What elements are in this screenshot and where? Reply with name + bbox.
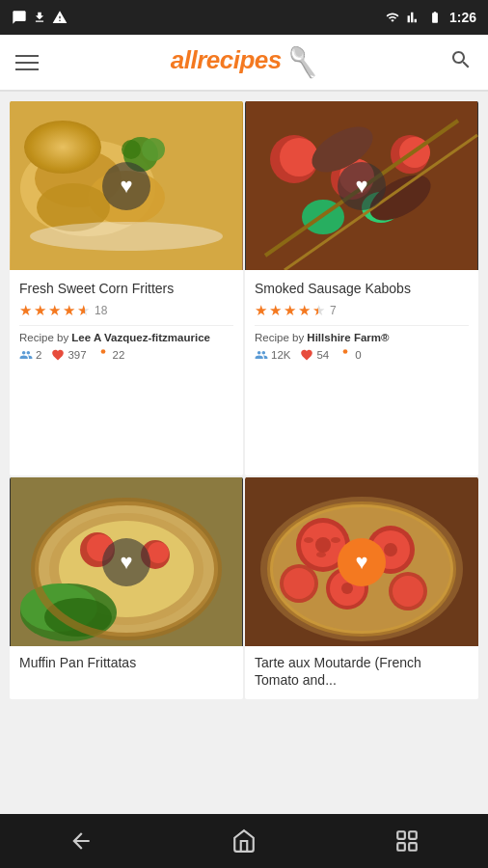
recipe-stats-corn: 2 397 22 bbox=[19, 348, 233, 362]
clock-time: 1:26 bbox=[449, 10, 476, 25]
recipe-image-frittatas: ♥ bbox=[10, 477, 243, 646]
svg-rect-57 bbox=[397, 831, 405, 839]
svg-point-55 bbox=[393, 576, 423, 607]
heart-icon: ♥ bbox=[120, 176, 132, 197]
heart-stat-icon-k bbox=[300, 348, 313, 362]
signal-icon bbox=[407, 11, 420, 24]
download-icon bbox=[33, 10, 46, 25]
heart-icon-tarte: ♥ bbox=[355, 552, 367, 573]
svg-point-7 bbox=[122, 140, 141, 159]
star-2: ★ bbox=[34, 302, 46, 319]
svg-point-45 bbox=[316, 552, 326, 557]
recipe-title-tarte: Tarte aux Moutarde (French Tomato and... bbox=[255, 654, 469, 689]
recipe-stars-corn: ★ ★ ★ ★ ★ 18 bbox=[19, 302, 233, 319]
status-icons bbox=[12, 10, 68, 25]
recipe-card-corn-fritters[interactable]: ♥ Fresh Sweet Corn Fritters ★ ★ ★ ★ ★ 18… bbox=[10, 101, 243, 475]
stat-people-corn: 2 bbox=[19, 348, 41, 362]
stat-people-kabobs: 12K bbox=[255, 348, 290, 362]
stat-hearts-corn: 397 bbox=[51, 348, 86, 362]
recipe-image-tarte: ♥ bbox=[245, 477, 478, 646]
spoon-stat-icon-k bbox=[339, 348, 352, 362]
recipe-stats-kabobs: 12K 54 0 bbox=[255, 348, 469, 362]
svg-point-24 bbox=[343, 349, 348, 354]
heart-icon-kabobs: ♥ bbox=[355, 176, 367, 197]
review-count-kabobs: 7 bbox=[330, 304, 337, 317]
recipe-info-frittatas: Muffin Pan Frittatas bbox=[10, 646, 243, 680]
recipe-title-corn: Fresh Sweet Corn Fritters bbox=[19, 280, 233, 297]
people-icon-k bbox=[255, 348, 268, 362]
svg-rect-59 bbox=[397, 843, 405, 851]
recipe-image-kabobs: ♥ bbox=[245, 101, 478, 270]
star-3: ★ bbox=[48, 302, 61, 319]
status-right: 1:26 bbox=[384, 10, 476, 25]
svg-point-9 bbox=[100, 349, 105, 354]
svg-point-51 bbox=[341, 583, 353, 594]
svg-point-8 bbox=[30, 222, 223, 251]
app-logo: allrecipes🥄 bbox=[171, 45, 317, 79]
chat-icon bbox=[12, 10, 27, 25]
recipe-author-kabobs: Recipe by Hillshire Farm® bbox=[255, 332, 469, 343]
recipe-card-frittatas[interactable]: ♥ Muffin Pan Frittatas bbox=[10, 477, 243, 699]
recipe-info-corn: Fresh Sweet Corn Fritters ★ ★ ★ ★ ★ 18 R… bbox=[10, 270, 243, 369]
recipe-info-tarte: Tarte aux Moutarde (French Tomato and... bbox=[245, 646, 478, 697]
home-button[interactable] bbox=[215, 822, 273, 860]
heart-stat-icon bbox=[51, 348, 65, 362]
search-button[interactable] bbox=[449, 48, 473, 77]
logo-text: allrecipes bbox=[171, 45, 282, 74]
recipe-info-kabobs: Smoked Sausage Kabobs ★ ★ ★ ★ ★ 7 Recipe… bbox=[245, 270, 478, 369]
recipe-image-corn-fritters: ♥ bbox=[10, 101, 243, 270]
star-k3: ★ bbox=[284, 302, 296, 319]
star-k-half: ★ bbox=[312, 302, 325, 319]
svg-point-53 bbox=[284, 568, 314, 599]
recipe-title-frittatas: Muffin Pan Frittatas bbox=[19, 654, 233, 671]
spoon-stat-icon bbox=[96, 348, 110, 362]
star-k1: ★ bbox=[255, 302, 267, 319]
battery-icon bbox=[426, 11, 444, 24]
review-count-corn: 18 bbox=[95, 304, 107, 317]
recipe-grid: ♥ Fresh Sweet Corn Fritters ★ ★ ★ ★ ★ 18… bbox=[0, 92, 488, 815]
svg-point-13 bbox=[280, 138, 318, 176]
recents-button[interactable] bbox=[378, 822, 436, 860]
svg-point-32 bbox=[148, 542, 169, 563]
stat-hearts-kabobs: 54 bbox=[300, 348, 329, 362]
back-button[interactable] bbox=[52, 822, 110, 860]
stat-spoons-kabobs: 0 bbox=[339, 348, 361, 362]
warning-icon bbox=[52, 10, 68, 25]
svg-point-43 bbox=[304, 537, 313, 543]
wifi-icon bbox=[384, 11, 401, 24]
star-4: ★ bbox=[63, 302, 75, 319]
svg-rect-58 bbox=[409, 831, 417, 839]
svg-point-6 bbox=[142, 138, 165, 161]
recipe-title-kabobs: Smoked Sausage Kabobs bbox=[255, 280, 469, 297]
star-1: ★ bbox=[19, 302, 32, 319]
menu-button[interactable] bbox=[15, 55, 39, 70]
favorite-btn-kabobs[interactable]: ♥ bbox=[338, 162, 386, 210]
star-k2: ★ bbox=[269, 302, 282, 319]
favorite-btn-frittatas[interactable]: ♥ bbox=[102, 538, 150, 586]
svg-point-44 bbox=[331, 537, 340, 543]
people-icon bbox=[19, 348, 33, 362]
logo-spoon: 🥄 bbox=[283, 46, 318, 78]
recipe-card-kabobs[interactable]: ♥ Smoked Sausage Kabobs ★ ★ ★ ★ ★ 7 Reci… bbox=[245, 101, 478, 475]
bottom-navigation bbox=[0, 814, 488, 868]
recipe-author-corn: Recipe by Lee A Vazquez-fitzmaurice bbox=[19, 332, 233, 343]
recipe-stars-kabobs: ★ ★ ★ ★ ★ 7 bbox=[255, 302, 469, 319]
card-divider-kabobs bbox=[255, 325, 469, 326]
stat-spoons-corn: 22 bbox=[96, 348, 125, 362]
navbar: allrecipes🥄 bbox=[0, 35, 488, 91]
recipe-card-tarte[interactable]: ♥ Tarte aux Moutarde (French Tomato and.… bbox=[245, 477, 478, 699]
svg-point-42 bbox=[315, 537, 331, 553]
favorite-btn-corn[interactable]: ♥ bbox=[102, 162, 150, 210]
heart-icon-frittatas: ♥ bbox=[120, 552, 132, 573]
card-divider-corn bbox=[19, 325, 233, 326]
svg-point-48 bbox=[384, 543, 397, 556]
star-half: ★ bbox=[77, 302, 90, 319]
svg-rect-60 bbox=[409, 843, 417, 851]
star-k4: ★ bbox=[298, 302, 311, 319]
favorite-btn-tarte[interactable]: ♥ bbox=[338, 538, 386, 586]
status-bar: 1:26 bbox=[0, 0, 488, 35]
